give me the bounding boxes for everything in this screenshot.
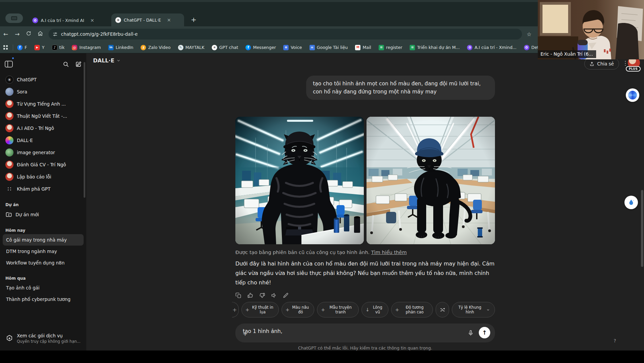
site-settings-icon[interactable] — [53, 32, 58, 37]
sidebar-item[interactable]: Đánh Giá CV - Trí Ngô — [3, 159, 84, 171]
attach-button[interactable]: + — [240, 328, 250, 338]
sidebar-item[interactable]: ✳ ChatGPT — [3, 74, 84, 86]
bookmark-item[interactable]: ⊞ Triển khai dự án M... — [410, 45, 460, 50]
sidebar-item-label: Sora — [17, 89, 27, 94]
section-projects: Dự án — [3, 202, 84, 207]
sidebar-item[interactable]: DALL·E — [3, 134, 84, 146]
sidebar-item[interactable]: Lập báo cáo lỗi — [3, 171, 84, 183]
bookmark-item[interactable]: ✎ MAYTALK — [178, 45, 204, 50]
generated-image-panther-quadruped[interactable] — [367, 117, 495, 244]
chat-column: tạo cho tôi hình ảnh mọt con hổ màu đen,… — [235, 53, 495, 351]
bookmark-item[interactable]: ♪ tik — [52, 45, 65, 50]
bookmark-item[interactable]: in LinkedIn — [108, 45, 133, 50]
user-message-bubble: tạo cho tôi hình ảnh mọt con hổ màu đen,… — [306, 76, 495, 100]
dictate-button[interactable] — [467, 330, 474, 338]
thumbs-down-icon[interactable] — [259, 292, 265, 299]
edit-icon[interactable] — [283, 292, 289, 299]
thumbs-up-icon[interactable] — [247, 292, 254, 299]
section-today: Hôm nay — [3, 228, 84, 233]
bookmark-item[interactable]: ⊞ register — [379, 45, 402, 50]
sidebar-item[interactable]: image generator — [3, 146, 84, 159]
aspect-ratio-chip[interactable]: Tỷ lệ Khung hình — [452, 302, 495, 317]
model-selector[interactable]: DALL·E — [93, 57, 121, 64]
reload-icon[interactable] — [23, 31, 34, 37]
browser-tab-chatgpt[interactable]: ✳ ChatGPT - DALL·E × — [111, 13, 184, 26]
chips-list: + Kỹ thuật in lụa + Màu nâu đỏ + Mẫu tru… — [241, 302, 433, 317]
chat-item-active[interactable]: Cô gái may trong nhà máy — [3, 234, 84, 246]
bookmark-star-icon[interactable]: ☆ — [527, 31, 531, 37]
gpt-avatar-icon: ✳ — [5, 76, 13, 84]
help-button[interactable]: ? — [614, 338, 616, 343]
bookmark-item[interactable]: ✳ GPT chat — [212, 45, 238, 50]
chat-item[interactable]: DTM trong ngành may — [3, 246, 84, 257]
sidebar-item[interactable]: ∷ Khám phá GPT — [3, 183, 84, 195]
sidebar-item-label: DALL·E — [17, 138, 33, 143]
sidebar-item[interactable]: Từ Vựng Tiếng Anh ... — [3, 98, 84, 110]
bookmark-favicon: ✎ — [178, 45, 183, 50]
forward-icon[interactable]: → — [11, 31, 23, 37]
browser-tab-xmind[interactable]: ✿ A.I của trí - Xmind AI × — [28, 14, 109, 26]
bookmark-item[interactable]: z Zalo Video — [141, 45, 170, 50]
suggestion-chip[interactable]: + Kỹ thuật in lụa — [241, 302, 279, 317]
learn-more-link[interactable]: Tìm hiểu thêm — [371, 250, 407, 255]
page-scrollbar[interactable] — [641, 190, 643, 267]
bookmark-item[interactable]: f F — [17, 45, 27, 50]
sidebar-item[interactable]: Thuật Ngữ Viết Tắt -... — [3, 110, 84, 122]
suggestion-chip[interactable]: ↓ Lông vũ — [361, 302, 388, 317]
new-chat-icon[interactable] — [75, 61, 82, 67]
notification-dot — [11, 57, 14, 60]
more-options-icon[interactable]: ⋮ — [622, 60, 628, 66]
copy-icon[interactable] — [235, 292, 242, 299]
bookmark-favicon: ⊞ — [410, 45, 415, 50]
sidebar-scrollbar[interactable] — [84, 62, 85, 198]
tab-search-button[interactable] — [5, 13, 23, 23]
suggestion-chip[interactable]: + Màu nâu đỏ — [282, 302, 315, 317]
apps-grid-icon[interactable] — [3, 45, 8, 50]
home-icon[interactable] — [34, 31, 46, 38]
chip-partial[interactable]: + — [232, 302, 239, 317]
chat-item[interactable]: Tạo ảnh cô gái — [3, 282, 84, 294]
composer[interactable]: tạo 1 hình ảnh, + ↑ — [235, 324, 495, 342]
chevron-down-icon — [486, 308, 490, 312]
chat-item[interactable]: Thành phố cyberpunk tương — [3, 294, 84, 305]
bookmark-favicon: ⊞ — [379, 45, 384, 50]
chip-icon: + — [395, 307, 399, 312]
sidebar-item[interactable]: Sora — [3, 86, 84, 98]
bookmark-item[interactable]: M Mail — [355, 45, 371, 50]
gpt-avatar-icon — [5, 148, 13, 157]
chat-item[interactable]: Workflow tuyển dụng n8n — [3, 257, 84, 269]
search-icon[interactable] — [63, 61, 69, 67]
suggestion-chip[interactable]: + Độ tương phản cao — [391, 302, 433, 317]
address-bar[interactable]: chatgpt.com/g/g-2fkFE8rbu-dall-e — [49, 29, 522, 39]
back-icon[interactable]: ← — [0, 31, 11, 37]
sidebar-item-new-project[interactable]: Dự án mới — [3, 208, 84, 221]
tab-favicon-chatgpt-icon: ✳ — [115, 17, 121, 23]
sidebar-toggle-icon[interactable] — [5, 61, 13, 67]
sidebar-item[interactable]: A.I AEO - Trí Ngô — [3, 122, 84, 134]
microphone-icon — [467, 330, 474, 336]
bookmark-item[interactable]: ❄ Voice — [283, 45, 302, 50]
bookmark-item[interactable]: f Messenger — [245, 45, 276, 50]
bookmark-favicon: ◎ — [72, 45, 77, 50]
shuffle-chip[interactable] — [436, 302, 449, 317]
bookmark-item[interactable]: ◎ Instagram — [72, 45, 101, 50]
bookmark-item[interactable]: ≡ Google Tài liệu — [310, 45, 348, 50]
drop-extension-icon[interactable] — [624, 196, 638, 209]
bookmark-favicon: ✿ — [524, 45, 529, 50]
bookmark-label: GPT chat — [219, 45, 238, 50]
tab-close-icon[interactable]: × — [167, 17, 171, 23]
tab-close-icon[interactable]: × — [90, 18, 94, 23]
sider-extension-icon[interactable] — [626, 88, 639, 102]
read-aloud-icon[interactable] — [271, 292, 277, 299]
upgrade-plan-button[interactable]: Xem các gói dịch vụ Quyền truy cập không… — [3, 331, 84, 346]
share-button[interactable]: Chia sẻ — [584, 58, 619, 69]
webcam-caption: Eric - Ngô Xuân Trí (6... — [538, 50, 596, 58]
suggestion-chips: + + Kỹ thuật in lụa + Màu nâu đỏ + — [240, 302, 495, 317]
suggestion-chip[interactable]: + Mẫu truyện tranh — [317, 302, 359, 317]
caption-text: Được tạo bằng phiên bản cũ của công cụ t… — [235, 250, 370, 255]
send-button[interactable]: ↑ — [479, 327, 490, 338]
new-tab-button[interactable]: + — [191, 16, 197, 24]
bookmark-item[interactable]: ✿ A.I của trí - Xmind... — [467, 45, 516, 50]
generated-image-tiger-standing[interactable] — [235, 117, 364, 244]
bookmark-item[interactable]: ▶ Y — [34, 45, 45, 50]
